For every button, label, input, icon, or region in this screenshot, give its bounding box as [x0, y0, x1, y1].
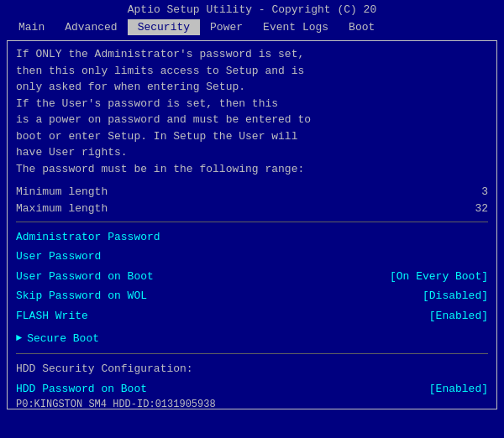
menu-item-advanced[interactable]: Advanced [55, 19, 127, 35]
boot-row: User Password on Boot[On Every Boot] [16, 267, 488, 286]
length-value: 32 [475, 201, 488, 217]
menu-bar: MainAdvancedSecurityPowerEvent LogsBoot [0, 18, 504, 37]
hdd-row-value: [Enabled] [429, 379, 488, 399]
hdd-config-title: HDD Security Configuration: [16, 359, 488, 378]
length-section: Minimum length3Maximum length32 [16, 184, 488, 216]
boot-row-value: [On Every Boot] [390, 267, 488, 286]
hdd-section: HDD Security Configuration:HDD Password … [16, 359, 488, 399]
password-link[interactable]: User Password [16, 247, 488, 266]
info-line: is a power on password and must be enter… [16, 112, 488, 128]
boot-row-label: User Password on Boot [16, 267, 154, 286]
secure-boot-item[interactable]: ► Secure Boot [16, 329, 488, 348]
boot-row-label: Skip Password on WOL [16, 286, 147, 305]
hdd-row: HDD Password on Boot[Enabled] [16, 379, 488, 399]
title-bar: Aptio Setup Utility - Copyright (C) 20 [0, 0, 504, 18]
boot-row-value: [Enabled] [429, 306, 488, 326]
arrow-icon: ► [16, 330, 22, 348]
length-value: 3 [481, 184, 488, 201]
info-line: The password must be in the following ra… [16, 161, 488, 178]
boot-rows-section: User Password on Boot[On Every Boot]Skip… [16, 267, 488, 326]
menu-item-security[interactable]: Security [128, 19, 200, 35]
info-line: If the User's password is set, then this [16, 96, 488, 112]
boot-row: FLASH Write[Enabled] [16, 306, 488, 326]
content-area: If ONLY the Administrator's password is … [7, 40, 497, 409]
menu-item-power[interactable]: Power [200, 19, 253, 35]
info-line: have User rights. [16, 144, 488, 161]
info-line: boot or enter Setup. In Setup the User w… [16, 128, 488, 145]
length-label: Minimum length [16, 184, 108, 201]
info-block: If ONLY the Administrator's password is … [16, 46, 488, 177]
length-row: Minimum length3 [16, 184, 488, 201]
info-line: If ONLY the Administrator's password is … [16, 46, 488, 63]
menu-item-main[interactable]: Main [8, 19, 55, 35]
title-text: Aptio Setup Utility - Copyright (C) 20 [128, 3, 376, 16]
secure-boot-label: Secure Boot [27, 329, 99, 348]
info-line: then this only limits access to Setup an… [16, 63, 488, 80]
menu-item-boot[interactable]: Boot [339, 19, 385, 35]
device-entry: P0:KINGSTON SM4 HDD-ID:0131905938 [16, 399, 488, 409]
menu-item-event-logs[interactable]: Event Logs [253, 19, 339, 35]
length-label: Maximum length [16, 201, 108, 217]
info-line: only asked for when entering Setup. [16, 79, 488, 96]
length-row: Maximum length32 [16, 201, 488, 217]
boot-row: Skip Password on WOL[Disabled] [16, 286, 488, 305]
boot-row-label: FLASH Write [16, 306, 88, 326]
password-link[interactable]: Administrator Password [16, 227, 488, 247]
bottom-devices: P0:KINGSTON SM4 HDD-ID:0131905938P1:WDC … [16, 399, 488, 409]
links-section: Administrator PasswordUser Password [16, 227, 488, 267]
boot-row-value: [Disabled] [423, 286, 488, 305]
hdd-row-label: HDD Password on Boot [16, 379, 147, 399]
